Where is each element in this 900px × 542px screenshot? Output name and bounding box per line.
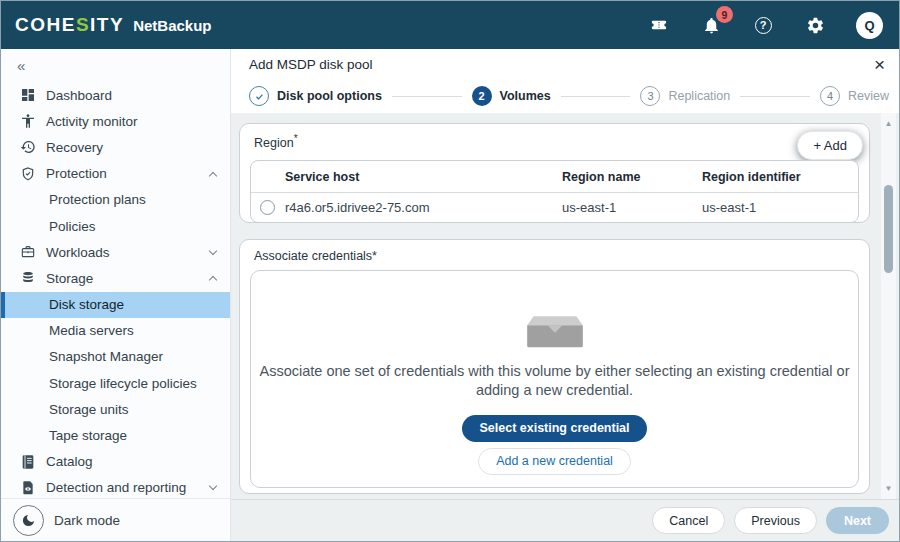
sidebar-item-dashboard[interactable]: Dashboard bbox=[1, 82, 230, 108]
sidebar-item-snapshot-manager[interactable]: Snapshot Manager bbox=[1, 344, 230, 370]
step-completed-check-icon bbox=[249, 86, 269, 106]
step-review[interactable]: 4 Review bbox=[820, 86, 889, 106]
collapse-sidebar-icon[interactable]: « bbox=[17, 57, 25, 74]
stepper-connector bbox=[740, 96, 810, 97]
notifications-bell-icon[interactable]: 9 bbox=[700, 14, 722, 36]
dashboard-icon bbox=[19, 87, 36, 104]
sidebar-item-policies[interactable]: Policies bbox=[1, 213, 230, 239]
sidebar-item-label: Protection plans bbox=[49, 192, 146, 207]
sidebar-item-label: Disk storage bbox=[49, 297, 124, 312]
brand-logo: COHESITY NetBackup bbox=[15, 14, 212, 36]
moon-icon bbox=[13, 505, 44, 536]
sidebar-item-recovery[interactable]: Recovery bbox=[1, 134, 230, 160]
add-new-credential-button[interactable]: Add a new credential bbox=[478, 448, 631, 475]
column-service-host: Service host bbox=[251, 170, 562, 184]
stepper-connector bbox=[561, 96, 631, 97]
cohesity-logo: COHESITY bbox=[15, 14, 124, 36]
sidebar-item-label: Policies bbox=[49, 219, 96, 234]
column-region-name: Region name bbox=[562, 170, 702, 184]
help-icon[interactable]: ? bbox=[752, 14, 774, 36]
sidebar-item-catalog[interactable]: Catalog bbox=[1, 449, 230, 475]
chevron-up-icon bbox=[210, 169, 216, 179]
region-table-header: Service host Region name Region identifi… bbox=[251, 161, 858, 193]
add-msdp-disk-pool-panel: Add MSDP disk pool × Disk pool options 2… bbox=[231, 49, 899, 541]
step-disk-pool-options[interactable]: Disk pool options bbox=[249, 86, 382, 106]
top-bar: COHESITY NetBackup 9 ? Q bbox=[1, 1, 899, 49]
top-actions: 9 ? Q bbox=[648, 12, 883, 39]
sidebar-item-label: Detection and reporting bbox=[46, 480, 186, 495]
sidebar-item-label: Storage lifecycle policies bbox=[49, 376, 197, 391]
previous-button[interactable]: Previous bbox=[734, 507, 817, 534]
scroll-down-icon[interactable]: ▼ bbox=[881, 484, 896, 493]
license-ticket-icon[interactable] bbox=[648, 14, 670, 36]
app-window: COHESITY NetBackup 9 ? Q « bbox=[0, 0, 900, 542]
detection-reporting-icon bbox=[19, 479, 36, 496]
empty-tray-icon bbox=[522, 313, 588, 349]
stepper-connector bbox=[392, 96, 462, 97]
sidebar-items: Dashboard Activity monitor Recovery Prot… bbox=[1, 82, 230, 498]
associate-credentials-section: Associate credentials* Associate one set… bbox=[239, 239, 870, 494]
wizard-content: Region* + Add Service host Region name R… bbox=[231, 113, 899, 499]
select-existing-credential-button[interactable]: Select existing credential bbox=[462, 415, 646, 442]
add-region-button[interactable]: + Add bbox=[797, 131, 863, 160]
wizard-footer: Cancel Previous Next bbox=[231, 499, 899, 541]
sidebar-item-protection[interactable]: Protection bbox=[1, 161, 230, 187]
step-replication[interactable]: 3 Replication bbox=[640, 86, 730, 106]
recovery-icon bbox=[19, 139, 36, 156]
next-button[interactable]: Next bbox=[826, 507, 889, 534]
step-volumes[interactable]: 2 Volumes bbox=[472, 86, 551, 106]
sidebar-item-label: Dashboard bbox=[46, 88, 112, 103]
region-section: Region* + Add Service host Region name R… bbox=[239, 123, 870, 223]
storage-stack-icon bbox=[19, 270, 36, 287]
scrollbar-thumb[interactable] bbox=[884, 185, 893, 273]
region-name-value: us-east-1 bbox=[562, 200, 702, 215]
product-name: NetBackup bbox=[133, 17, 211, 34]
sidebar-item-detection-and-reporting[interactable]: Detection and reporting bbox=[1, 475, 230, 498]
protection-shield-icon bbox=[19, 165, 36, 182]
dark-mode-toggle[interactable]: Dark mode bbox=[1, 498, 230, 541]
sidebar-item-storage-units[interactable]: Storage units bbox=[1, 396, 230, 422]
panel-header: Add MSDP disk pool × bbox=[231, 49, 899, 79]
step-number: 2 bbox=[472, 86, 492, 106]
sidebar-item-activity-monitor[interactable]: Activity monitor bbox=[1, 108, 230, 134]
sidebar-item-label: Snapshot Manager bbox=[49, 349, 163, 364]
settings-gear-icon[interactable] bbox=[804, 14, 826, 36]
chevron-up-icon bbox=[210, 273, 216, 283]
sidebar-item-label: Activity monitor bbox=[46, 114, 138, 129]
page-title: Add MSDP disk pool bbox=[249, 57, 373, 72]
sidebar-item-media-servers[interactable]: Media servers bbox=[1, 318, 230, 344]
step-number: 4 bbox=[820, 86, 840, 106]
sidebar-item-label: Recovery bbox=[46, 140, 103, 155]
sidebar-item-storage-lifecycle-policies[interactable]: Storage lifecycle policies bbox=[1, 370, 230, 396]
sidebar-item-tape-storage[interactable]: Tape storage bbox=[1, 422, 230, 448]
sidebar-nav: « Dashboard Activity monitor Recovery Pr… bbox=[1, 49, 231, 541]
column-region-identifier: Region identifier bbox=[702, 170, 858, 184]
scroll-up-icon[interactable]: ▲ bbox=[881, 119, 896, 128]
sidebar-item-label: Storage units bbox=[49, 402, 129, 417]
region-table: Service host Region name Region identifi… bbox=[250, 160, 859, 223]
associate-credentials-label: Associate credentials* bbox=[254, 249, 855, 263]
region-table-row[interactable]: r4a6.or5.idrivee2-75.com us-east-1 us-ea… bbox=[251, 193, 858, 222]
dark-mode-label: Dark mode bbox=[54, 513, 120, 528]
region-row-radio[interactable] bbox=[260, 200, 275, 215]
catalog-book-icon bbox=[19, 453, 36, 470]
close-icon[interactable]: × bbox=[874, 55, 885, 74]
chevron-down-icon bbox=[210, 486, 216, 489]
activity-monitor-icon bbox=[19, 113, 36, 130]
sidebar-item-disk-storage[interactable]: Disk storage bbox=[1, 292, 230, 318]
credentials-message: Associate one set of credentials with th… bbox=[251, 362, 858, 400]
sidebar-item-workloads[interactable]: Workloads bbox=[1, 239, 230, 265]
content-scrollbar[interactable]: ▲ ▼ bbox=[881, 113, 896, 499]
sidebar-item-storage[interactable]: Storage bbox=[1, 265, 230, 291]
region-identifier-value: us-east-1 bbox=[702, 200, 858, 215]
sidebar-item-protection-plans[interactable]: Protection plans bbox=[1, 187, 230, 213]
wizard-stepper: Disk pool options 2 Volumes 3 Replicatio… bbox=[231, 79, 899, 113]
service-host-value: r4a6.or5.idrivee2-75.com bbox=[285, 200, 430, 215]
user-avatar[interactable]: Q bbox=[856, 12, 883, 39]
sidebar-item-label: Storage bbox=[46, 271, 93, 286]
chevron-down-icon bbox=[210, 251, 216, 254]
cancel-button[interactable]: Cancel bbox=[652, 507, 725, 534]
workloads-briefcase-icon bbox=[19, 244, 36, 261]
notification-count-badge: 9 bbox=[716, 6, 733, 23]
sidebar-item-label: Workloads bbox=[46, 245, 110, 260]
